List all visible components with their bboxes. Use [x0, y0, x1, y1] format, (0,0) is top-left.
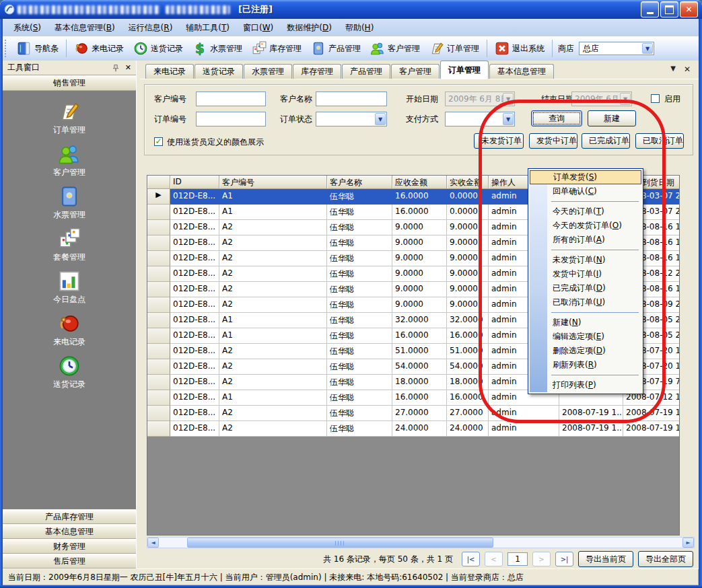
grid-cell-id[interactable]: 012D-E8...: [170, 421, 219, 437]
toolbar-button-order[interactable]: 订单管理: [425, 39, 484, 58]
menubar-item-system[interactable]: 系统(S): [7, 20, 48, 36]
tab-list-dropdown-icon[interactable]: ▼: [670, 65, 676, 74]
sidebar-item-customer[interactable]: 客户管理: [3, 143, 136, 178]
grid-cell-received[interactable]: 9.0000: [447, 251, 489, 266]
grid-cell-required-date[interactable]: 2008-07-19 1...: [623, 406, 680, 421]
grid-cell-customer-name[interactable]: 伍华聪: [327, 189, 392, 205]
context-menu-item-delete-selected[interactable]: 删除选定项(D): [530, 344, 641, 358]
context-menu-item-today-orders[interactable]: 今天的订单(T): [530, 205, 641, 219]
grid-cell-receivable[interactable]: 51.0000: [392, 344, 447, 359]
toolbar-button-nav-bar[interactable]: 导航条: [12, 39, 63, 58]
grid-cell-receivable[interactable]: 54.0000: [392, 359, 447, 375]
store-select[interactable]: 总店 ▼: [579, 42, 654, 55]
sidebar-section-basic-info[interactable]: 基本信息管理: [3, 524, 136, 539]
page-number-input[interactable]: [507, 552, 528, 566]
row-selector-cell[interactable]: [147, 282, 170, 297]
grid-cell-customer-no[interactable]: A1: [219, 205, 327, 220]
sidebar-section-sales[interactable]: 销售管理: [3, 75, 136, 91]
grid-cell-received[interactable]: 9.0000: [447, 266, 489, 282]
context-menu-item-refresh-list[interactable]: 刷新列表(R): [530, 358, 641, 372]
filter-completed-orders-button[interactable]: 已完成订单: [582, 133, 630, 149]
grid-cell-id[interactable]: 012D-E8...: [170, 266, 219, 282]
grid-cell-id[interactable]: 012D-E8...: [170, 189, 219, 205]
grid-cell-customer-no[interactable]: A2: [219, 297, 327, 313]
grid-cell-received[interactable]: 0.0000: [447, 189, 489, 205]
grid-cell-received[interactable]: 16.0000: [447, 328, 489, 344]
sidebar-item-water-ticket[interactable]: 水票管理: [3, 185, 136, 221]
grid-cell-customer-no[interactable]: A1: [219, 328, 327, 344]
grid-cell-id[interactable]: 012D-E8...: [170, 328, 219, 344]
grid-cell-id[interactable]: 012D-E8...: [170, 205, 219, 220]
grid-cell-receivable[interactable]: 9.0000: [392, 220, 447, 235]
chevron-down-icon[interactable]: ▼: [503, 113, 514, 125]
tab-product[interactable]: 产品管理: [342, 64, 390, 79]
new-button[interactable]: 新建: [588, 110, 636, 126]
grid-cell-customer-no[interactable]: A1: [219, 390, 327, 406]
sidebar-item-call-records[interactable]: 来电记录: [3, 312, 136, 348]
scroll-left-icon[interactable]: ◄: [147, 538, 159, 548]
toolbar-button-product[interactable]: 产品管理: [306, 39, 365, 58]
order-no-input[interactable]: [196, 112, 266, 126]
grid-cell-customer-name[interactable]: 伍华聪: [327, 251, 392, 266]
filter-unshipped-orders-button[interactable]: 未发货订单: [474, 133, 524, 149]
grid-cell-receivable[interactable]: 16.0000: [392, 205, 447, 220]
row-selector-cell[interactable]: [147, 406, 170, 421]
grid-cell-customer-no[interactable]: A2: [219, 344, 327, 359]
tab-delivery-records[interactable]: 送货记录: [195, 64, 243, 79]
grid-cell-receivable[interactable]: 9.0000: [392, 282, 447, 297]
tab-water-ticket[interactable]: 水票管理: [244, 64, 292, 79]
tool-window-close-icon[interactable]: ✕: [125, 63, 131, 72]
menubar-item-data-maintenance[interactable]: 数据维护(D): [280, 20, 339, 36]
customer-name-input[interactable]: [316, 91, 387, 106]
sidebar-item-package[interactable]: 套餐管理: [3, 227, 136, 263]
sidebar-section-after-sales[interactable]: 售后管理: [3, 554, 136, 568]
grid-cell-received[interactable]: 27.0000: [447, 406, 489, 421]
end-date-picker[interactable]: 2009年 6月 8日 ▼: [571, 91, 632, 106]
grid-cell-id[interactable]: 012D-E8...: [170, 297, 219, 313]
sidebar-item-today-check[interactable]: 今日盘点: [3, 270, 136, 305]
grid-cell-id[interactable]: 012D-E8...: [170, 220, 219, 235]
grid-cell-id[interactable]: 012D-E8...: [170, 313, 219, 328]
tab-call-records[interactable]: 来电记录: [145, 64, 194, 79]
grid-cell-customer-name[interactable]: 伍华聪: [327, 313, 392, 328]
pin-icon[interactable]: [112, 64, 120, 72]
context-menu-item-today-ship-orders[interactable]: 今天的发货订单(O): [530, 219, 641, 233]
grid-cell-customer-name[interactable]: 伍华聪: [327, 282, 392, 297]
grid-cell-received[interactable]: 18.0000: [447, 375, 489, 390]
grid-cell-received[interactable]: 9.0000: [447, 282, 489, 297]
grid-cell-id[interactable]: 012D-E8...: [170, 344, 219, 359]
grid-cell-customer-no[interactable]: A2: [219, 235, 327, 251]
grid-cell-id[interactable]: 012D-E8...: [170, 251, 219, 266]
grid-cell-receivable[interactable]: 16.0000: [392, 390, 447, 406]
grid-cell-operator[interactable]: admin: [489, 421, 559, 437]
grid-row[interactable]: 012D-E8...A2伍华聪27.000027.0000admin2008-0…: [147, 406, 679, 421]
grid-cell-receivable[interactable]: 16.0000: [392, 189, 447, 205]
grid-cell-received[interactable]: 16.0000: [447, 390, 489, 406]
grid-cell-required-date[interactable]: 2008-07-19 1...: [623, 421, 680, 437]
grid-cell-customer-name[interactable]: 伍华聪: [327, 375, 392, 390]
row-selector-cell[interactable]: [147, 220, 170, 235]
grid-cell-customer-name[interactable]: 伍华聪: [327, 328, 392, 344]
row-selector-cell[interactable]: [147, 344, 170, 359]
grid-cell-id[interactable]: 012D-E8...: [170, 375, 219, 390]
context-menu-item-print-list[interactable]: 打印列表(P): [530, 378, 641, 392]
sidebar-item-order[interactable]: 订单管理: [3, 100, 136, 136]
toolbar-button-delivery-records[interactable]: 送货记录: [129, 39, 188, 58]
sidebar-item-delivery-records[interactable]: 送货记录: [3, 355, 136, 390]
grid-column-header[interactable]: ID: [170, 176, 219, 189]
row-selector-cell[interactable]: [147, 328, 170, 344]
toolbar-button-call-records[interactable]: 来电记录: [69, 39, 129, 58]
grid-cell-customer-no[interactable]: A1: [219, 313, 327, 328]
grid-cell-received[interactable]: 24.0000: [447, 421, 489, 437]
row-selector-cell[interactable]: [147, 375, 170, 390]
order-status-select[interactable]: ▼: [316, 112, 387, 126]
context-menu-item-cancelled-orders[interactable]: 已取消订单(U): [530, 295, 641, 309]
grid-cell-customer-no[interactable]: A1: [219, 189, 327, 205]
start-date-picker[interactable]: 2009年 6月 8日 ▼: [445, 91, 515, 106]
close-button[interactable]: ✕: [680, 1, 698, 17]
context-menu-item-unshipped-orders[interactable]: 未发货订单(N): [530, 253, 641, 267]
grid-cell-customer-no[interactable]: A2: [219, 359, 327, 375]
grid-cell-receivable[interactable]: 24.0000: [392, 421, 447, 437]
query-button[interactable]: 查询: [531, 110, 582, 126]
maximize-button[interactable]: [660, 1, 678, 17]
